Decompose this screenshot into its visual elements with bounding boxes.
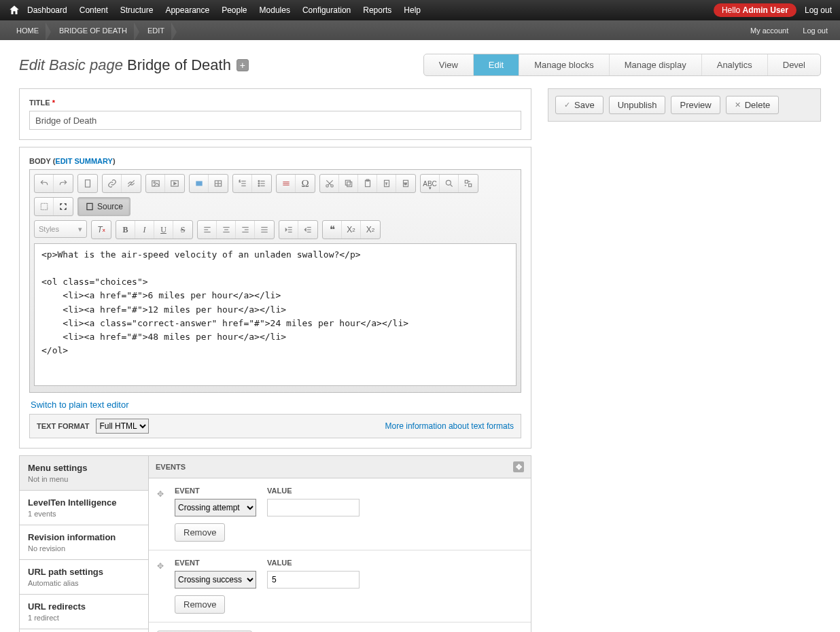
align-right-icon[interactable] (236, 221, 255, 239)
title-input[interactable] (29, 111, 521, 130)
remove-format-icon[interactable]: Tx (92, 221, 111, 239)
menu-help[interactable]: Help (404, 5, 421, 15)
menu-modules[interactable]: Modules (260, 5, 290, 15)
source-button[interactable]: Source (78, 198, 130, 215)
event-label: EVENT (175, 487, 256, 495)
numbered-list-icon[interactable]: 1 (233, 175, 252, 192)
underline-icon[interactable]: U (154, 221, 173, 239)
menu-structure[interactable]: Structure (120, 5, 154, 15)
drag-handle-icon[interactable]: ✥ (157, 559, 164, 571)
source-textarea[interactable] (34, 243, 517, 386)
save-button[interactable]: ✓Save (555, 96, 603, 114)
title-label: TITLE * (29, 99, 521, 107)
undo-icon[interactable] (35, 175, 54, 192)
select-icon[interactable] (190, 175, 209, 192)
table-icon[interactable] (209, 175, 228, 192)
event-value-input[interactable] (267, 499, 360, 516)
plain-text-editor-link[interactable]: Switch to plain text editor (31, 400, 129, 410)
find-icon[interactable] (440, 175, 459, 192)
menu-dashboard[interactable]: Dashboard (27, 5, 67, 15)
tab-view[interactable]: View (424, 54, 473, 75)
redo-icon[interactable] (54, 175, 73, 192)
tab-devel[interactable]: Devel (767, 54, 820, 75)
my-account-link[interactable]: My account (750, 27, 788, 35)
vtab-levelten[interactable]: LevelTen Intelligence1 events (20, 491, 148, 525)
copy-icon[interactable] (339, 175, 358, 192)
image-icon[interactable] (146, 175, 165, 192)
cut-icon[interactable] (320, 175, 339, 192)
vtab-url-path[interactable]: URL path settingsAutomatic alias (20, 560, 148, 595)
tab-manage-blocks[interactable]: Manage blocks (519, 54, 608, 75)
menu-reports[interactable]: Reports (363, 5, 391, 15)
add-button[interactable]: + (237, 59, 249, 71)
svg-text:T: T (385, 182, 387, 186)
paste-word-icon[interactable]: W (396, 175, 415, 192)
tab-manage-display[interactable]: Manage display (609, 54, 701, 75)
bullet-list-icon[interactable] (252, 175, 271, 192)
preview-button[interactable]: Preview (671, 96, 720, 114)
menu-configuration[interactable]: Configuration (302, 5, 351, 15)
tab-analytics[interactable]: Analytics (701, 54, 767, 75)
specialchar-icon[interactable]: Ω (296, 175, 315, 192)
expand-icon[interactable]: ✥ (513, 461, 524, 472)
logout-link-sub[interactable]: Log out (803, 27, 828, 35)
crumb-node[interactable]: BRIDGE OF DEATH (55, 27, 139, 35)
drag-handle-icon[interactable]: ✥ (157, 487, 164, 499)
event-value-input[interactable] (267, 571, 360, 589)
svg-rect-40 (87, 203, 92, 209)
vtab-authoring[interactable]: Authoring informationBy superuser on 201… (20, 629, 148, 632)
tab-edit[interactable]: Edit (473, 54, 519, 75)
align-left-icon[interactable] (198, 221, 217, 239)
showblocks-icon[interactable] (35, 198, 54, 215)
svg-rect-38 (469, 184, 472, 187)
logout-link-top[interactable]: Log out (805, 5, 832, 15)
bold-icon[interactable]: B (116, 221, 135, 239)
svg-rect-2 (152, 181, 159, 186)
delete-button[interactable]: ✕Delete (726, 96, 780, 114)
unlink-icon[interactable] (122, 175, 141, 192)
text-format-select[interactable]: Full HTML (96, 419, 149, 434)
replace-icon[interactable] (459, 175, 478, 192)
crumb-edit[interactable]: EDIT (143, 27, 177, 35)
italic-icon[interactable]: I (135, 221, 154, 239)
superscript-icon[interactable]: X2 (361, 221, 380, 239)
remove-button[interactable]: Remove (175, 523, 225, 542)
remove-button[interactable]: Remove (175, 595, 225, 614)
page-title: Edit Basic page Bridge of Death (19, 56, 231, 74)
align-justify-icon[interactable] (255, 221, 274, 239)
styles-dropdown[interactable]: Styles▾ (34, 220, 87, 238)
link-icon[interactable] (103, 175, 122, 192)
maximize-icon[interactable] (54, 198, 73, 215)
vtab-url-redirects[interactable]: URL redirects1 redirect (20, 595, 148, 629)
paste-text-icon[interactable]: T (377, 175, 396, 192)
paste-icon[interactable] (358, 175, 377, 192)
svg-rect-28 (345, 180, 350, 185)
align-center-icon[interactable] (217, 221, 236, 239)
edit-summary-link[interactable]: EDIT SUMMARY (55, 157, 113, 165)
breadcrumb-bar: HOME BRIDGE OF DEATH EDIT My account Log… (0, 20, 840, 40)
outdent-icon[interactable] (279, 221, 298, 239)
spellcheck-icon[interactable]: ABC▾ (421, 175, 440, 192)
crumb-home[interactable]: HOME (12, 27, 51, 35)
hr-icon[interactable] (277, 175, 296, 192)
text-format-help-link[interactable]: More information about text formats (385, 421, 514, 431)
indent-icon[interactable] (298, 221, 317, 239)
newpage-icon[interactable] (78, 175, 97, 192)
wysiwyg-editor: 1 Ω T W (29, 169, 521, 393)
media-icon[interactable] (165, 175, 184, 192)
vtab-menu-settings[interactable]: Menu settingsNot in menu (20, 456, 148, 491)
vtab-revision[interactable]: Revision informationNo revision (20, 525, 148, 560)
menu-content[interactable]: Content (80, 5, 108, 15)
breadcrumb: HOME BRIDGE OF DEATH EDIT (12, 27, 177, 35)
event-select[interactable]: Crossing success (175, 571, 256, 589)
title-panel: TITLE * (19, 88, 531, 140)
menu-appearance[interactable]: Appearance (165, 5, 209, 15)
unpublish-button[interactable]: Unpublish (609, 96, 666, 114)
menu-people[interactable]: People (222, 5, 247, 15)
home-icon[interactable] (8, 4, 20, 16)
event-select[interactable]: Crossing attempt (175, 499, 256, 516)
strike-icon[interactable]: S (173, 221, 192, 239)
svg-point-3 (154, 182, 155, 183)
blockquote-icon[interactable]: ❝ (323, 221, 342, 239)
subscript-icon[interactable]: X2 (342, 221, 361, 239)
